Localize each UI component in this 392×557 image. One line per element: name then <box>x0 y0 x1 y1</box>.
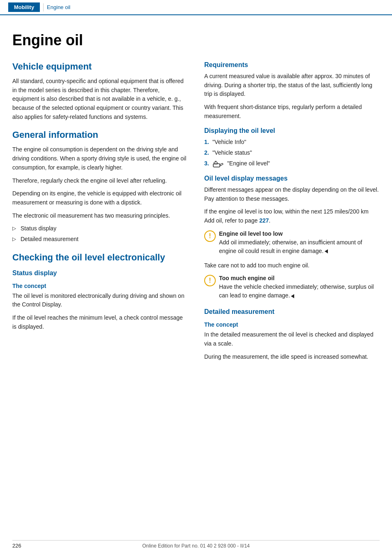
status-display-heading: Status display <box>12 269 188 277</box>
status-concept-heading: The concept <box>12 283 188 289</box>
warning1-body: Add oil immediately; otherwise, an insuf… <box>219 239 362 254</box>
checking-heading: Checking the oil level electronically <box>12 252 188 263</box>
general-information-heading: General information <box>12 130 188 140</box>
status-para1: The oil level is monitored electronicall… <box>12 292 188 309</box>
nav-engine-oil: Engine oil <box>47 4 70 10</box>
warning-too-much-oil: ! Too much engine oil Have the vehicle c… <box>204 274 380 302</box>
warning-row-2: ! Too much engine oil Have the vehicle c… <box>204 274 380 300</box>
warning-oil-too-low: ! Engine oil level too low Add oil immed… <box>204 230 380 257</box>
warning-row-1: ! Engine oil level too low Add oil immed… <box>204 230 380 255</box>
oil-can-icon <box>212 159 224 168</box>
warning-text-2: Too much engine oil Have the vehicle che… <box>219 274 380 300</box>
general-info-para4: The electronic oil measurement has two m… <box>12 211 188 220</box>
detailed-concept-heading: The concept <box>204 321 380 328</box>
warning1-title: Engine oil level too low <box>219 230 380 238</box>
requirements-para2: With frequent short-distance trips, regu… <box>204 103 380 121</box>
end-mark-1 <box>325 249 328 253</box>
footer-text: Online Edition for Part no. 01 40 2 928 … <box>0 543 392 549</box>
oil-messages-para2: If the engine oil level is too low, with… <box>204 207 380 225</box>
warning2-body: Have the vehicle checked immediately; ot… <box>219 283 374 299</box>
general-info-para1: The engine oil consumption is dependent … <box>12 145 188 172</box>
detailed-para1: In the detailed measurement the oil leve… <box>204 330 380 348</box>
step-2: 2. "Vehicle status" <box>204 149 380 158</box>
two-column-layout: Vehicle equipment All standard, country-… <box>12 61 380 365</box>
footer-line <box>12 540 380 541</box>
nav-separator <box>43 3 44 12</box>
page-title: Engine oil <box>12 32 380 49</box>
status-para2: If the oil level reaches the minimum lev… <box>12 313 188 331</box>
requirements-heading: Requirements <box>204 61 380 69</box>
left-column: Vehicle equipment All standard, country-… <box>12 61 188 365</box>
oil-messages-para1: Different messages appear on the display… <box>204 186 380 203</box>
main-content: Engine oil Vehicle equipment All standar… <box>0 15 392 390</box>
vehicle-equipment-body: All standard, country-specific and optio… <box>12 77 188 121</box>
warning-text-1: Engine oil level too low Add oil immedia… <box>219 230 380 255</box>
step-3: 3. "Engine oil level" <box>204 159 380 168</box>
general-info-para2: Therefore, regularly check the engine oi… <box>12 176 188 186</box>
displaying-oil-level-heading: Displaying the oil level <box>204 127 380 135</box>
step-1: 1. "Vehicle Info" <box>204 138 380 147</box>
nav-mobility[interactable]: Mobility <box>8 2 40 12</box>
warning-icon-2: ! <box>204 275 216 286</box>
no-overfill-notice: Take care not to add too much engine oil… <box>204 261 380 270</box>
oil-level-steps: 1. "Vehicle Info" 2. "Vehicle status" 3. <box>204 138 380 168</box>
top-navigation: Mobility Engine oil <box>0 0 392 15</box>
detailed-para2: During the measurement, the idle speed i… <box>204 353 380 362</box>
requirements-para1: A current measured value is available af… <box>204 72 380 99</box>
right-column: Requirements A current measured value is… <box>204 61 380 365</box>
general-info-para3: Depending on its engine, the vehicle is … <box>12 189 188 207</box>
oil-level-messages-heading: Oil level display messages <box>204 175 380 182</box>
warning-icon-1: ! <box>204 230 216 242</box>
bullet-status-display: Status display <box>12 224 188 233</box>
general-info-bullets: Status display Detailed measurement <box>12 224 188 244</box>
warning2-title: Too much engine oil <box>219 274 380 283</box>
page-reference: 227 <box>259 217 269 224</box>
detailed-measurement-heading: Detailed measurement <box>204 308 380 316</box>
vehicle-equipment-heading: Vehicle equipment <box>12 61 188 72</box>
bullet-detailed-measurement: Detailed measurement <box>12 235 188 244</box>
end-mark-2 <box>291 294 294 298</box>
